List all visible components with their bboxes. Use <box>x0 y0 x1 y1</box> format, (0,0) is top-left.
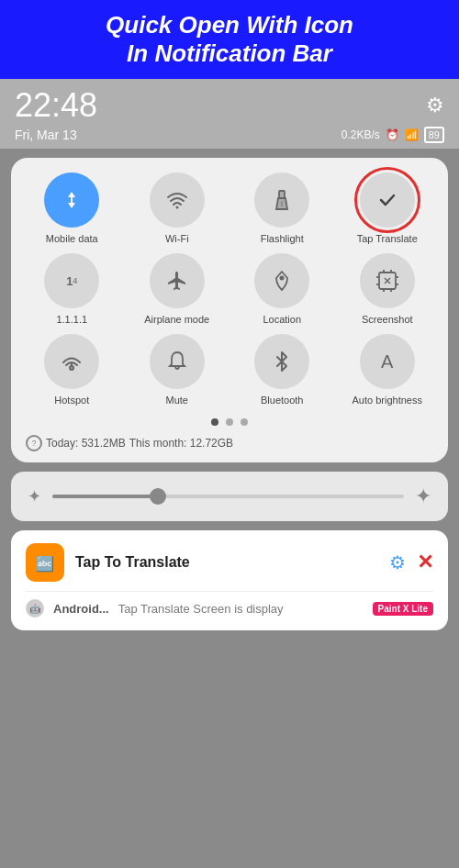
quick-item-airplane: Airplane mode <box>128 253 228 325</box>
quick-item-location: Location <box>232 253 332 325</box>
translate-icon: 🔤 <box>32 550 58 575</box>
quick-settings-grid: Mobile data Wi-Fi <box>22 172 437 406</box>
brightness-track[interactable] <box>52 495 404 498</box>
screenshot-label: Screenshot <box>362 314 413 325</box>
quick-item-auto-brightness: A Auto brightness <box>338 334 438 406</box>
quick-item-screenshot: Screenshot <box>338 253 438 325</box>
mute-label: Mute <box>166 395 188 406</box>
data-usage-icon: ? <box>26 435 42 451</box>
bluetooth-label: Bluetooth <box>261 395 303 406</box>
today-usage: Today: 531.2MB <box>46 437 126 450</box>
pagination-dots <box>22 418 437 426</box>
notification-close-button[interactable]: ✕ <box>417 551 433 574</box>
signal-icon: 📶 <box>405 128 419 141</box>
svg-point-1 <box>175 206 178 209</box>
dot-2[interactable] <box>226 418 233 426</box>
brightness-container: ✦ ✦ <box>11 472 448 521</box>
location-button[interactable] <box>254 253 309 308</box>
header-title: Quick Open With Icon In Notification Bar <box>15 11 444 68</box>
app-notification-text: Tap Translate Screen is display <box>118 602 364 616</box>
wifi-icon <box>165 188 189 212</box>
quick-item-1111: 14 1.1.1.1 <box>22 253 122 325</box>
quick-item-mute: Mute <box>128 334 228 406</box>
date-display: Fri, Mar 13 <box>15 128 77 142</box>
wifi-button[interactable] <box>150 172 205 228</box>
notification-card: 🔤 Tap To Translate ⚙ ✕ 🤖 Android... Tap … <box>11 530 448 630</box>
airplane-label: Airplane mode <box>144 314 209 325</box>
svg-text:🤖: 🤖 <box>29 603 41 615</box>
screenshot-button[interactable] <box>360 253 415 308</box>
notification-settings-icon[interactable]: ⚙ <box>389 551 406 573</box>
svg-text:🔤: 🔤 <box>36 555 54 573</box>
android-icon: 🤖 <box>26 599 44 618</box>
month-usage: This month: 12.72GB <box>129 437 233 450</box>
mobile-data-label: Mobile data <box>46 233 98 244</box>
quick-item-bluetooth: Bluetooth <box>232 334 332 406</box>
hotspot-label: Hotspot <box>54 395 89 406</box>
mobile-data-button[interactable] <box>44 172 99 228</box>
location-icon <box>271 270 293 292</box>
hotspot-button[interactable] <box>44 334 99 389</box>
notification-title: Tap To Translate <box>75 554 378 571</box>
quick-settings-panel: Mobile data Wi-Fi <box>11 158 448 462</box>
brightness-high-icon: ✦ <box>415 484 431 508</box>
svg-rect-2 <box>279 191 285 198</box>
brightness-fill <box>52 495 158 498</box>
header-banner: Quick Open With Icon In Notification Bar <box>0 0 459 79</box>
clock-time: 22:48 <box>15 86 97 125</box>
quick-item-hotspot: Hotspot <box>22 334 122 406</box>
flashlight-icon <box>270 188 294 212</box>
battery-indicator: 89 <box>424 127 444 143</box>
tap-translate-ring <box>354 167 420 233</box>
brightness-low-icon: ✦ <box>28 486 41 506</box>
auto-brightness-button[interactable]: A <box>360 334 415 389</box>
notification-bottom: 🤖 Android... Tap Translate Screen is dis… <box>26 591 433 618</box>
network-speed: 0.2KB/s <box>341 128 380 141</box>
quick-item-wifi: Wi-Fi <box>128 172 228 244</box>
mute-button[interactable] <box>150 334 205 389</box>
data-usage: ? Today: 531.2MB This month: 12.72GB <box>22 435 437 451</box>
brightness-thumb[interactable] <box>150 488 166 505</box>
app-name: Android... <box>53 602 109 616</box>
auto-brightness-label: Auto brightness <box>353 395 422 406</box>
hotspot-icon <box>60 350 84 373</box>
notification-top: 🔤 Tap To Translate ⚙ ✕ <box>26 543 433 582</box>
airplane-button[interactable] <box>150 253 205 308</box>
paint-badge: Paint X Lite <box>373 602 433 616</box>
quick-item-flashlight: Flashlight <box>232 172 332 244</box>
quick-item-tap-translate: Tap Translate <box>338 172 438 244</box>
bluetooth-button[interactable] <box>254 334 309 389</box>
tap-translate-label: Tap Translate <box>357 233 418 244</box>
wifi-label: Wi-Fi <box>165 233 189 244</box>
svg-point-4 <box>280 276 285 281</box>
1111-label: 1.1.1.1 <box>56 314 87 325</box>
flashlight-button[interactable] <box>254 172 309 228</box>
app-icon: 🔤 <box>26 543 64 582</box>
svg-rect-0 <box>71 197 73 203</box>
screenshot-icon <box>376 270 398 292</box>
bluetooth-icon <box>271 351 293 373</box>
quick-item-mobile-data: Mobile data <box>22 172 122 244</box>
alarm-icon: ⏰ <box>386 128 399 141</box>
arrows-icon <box>60 188 84 212</box>
tap-translate-button[interactable] <box>360 172 415 228</box>
location-label: Location <box>263 314 301 325</box>
dot-3[interactable] <box>241 418 248 426</box>
dot-1[interactable] <box>211 418 218 426</box>
settings-icon[interactable]: ⚙ <box>426 94 444 117</box>
1111-button[interactable]: 14 <box>44 253 99 308</box>
status-indicators: 0.2KB/s ⏰ 📶 89 <box>341 127 444 143</box>
bell-icon <box>166 351 188 373</box>
flashlight-label: Flashlight <box>261 233 304 244</box>
airplane-icon <box>166 270 188 292</box>
svg-point-16 <box>70 366 73 370</box>
status-bar: 22:48 ⚙ Fri, Mar 13 0.2KB/s ⏰ 📶 89 <box>0 79 459 149</box>
